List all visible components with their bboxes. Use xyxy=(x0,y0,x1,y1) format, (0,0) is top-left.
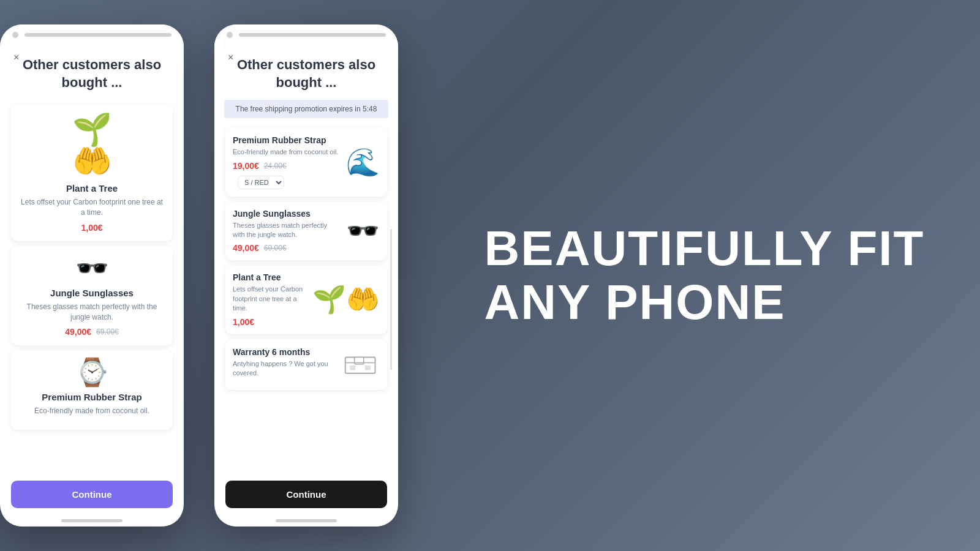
phone-1-close-button[interactable]: × xyxy=(13,53,19,62)
phone-1-camera xyxy=(12,32,18,38)
phone-1-modal: × Other customers also bought ... 🌱🤲 Pla… xyxy=(5,45,179,514)
phone-2: × Other customers also bought ... The fr… xyxy=(214,24,398,527)
hero-text-area: BEAUTIFULLY FIT ANY PHONE xyxy=(429,197,980,354)
product-desc: Eco-friendly made from coconut oil. xyxy=(34,406,149,416)
list-item: Premium Rubber Strap Eco-friendly made f… xyxy=(225,128,387,196)
product-name: Premium Rubber Strap xyxy=(233,135,340,145)
phone-2-top-bar xyxy=(214,24,398,45)
product-info: Premium Rubber Strap Eco-friendly made f… xyxy=(233,135,340,189)
sunglasses-icon: 🕶️ xyxy=(75,255,109,282)
phone-2-modal: × Other customers also bought ... The fr… xyxy=(219,45,393,514)
price-original: 69,00€ xyxy=(264,244,287,252)
price-row: 19,00€ 24,00€ S / RED M / RED L / RED xyxy=(233,161,340,189)
price-current: 19,00€ xyxy=(233,161,259,171)
price-row: 1,00€ xyxy=(81,223,102,233)
phone-1-bottom-bar xyxy=(0,514,184,527)
product-desc: Lets offset your Carbon footprint one tr… xyxy=(233,285,306,313)
price-current: 49,00€ xyxy=(65,327,91,337)
phone-1: × Other customers also bought ... 🌱🤲 Pla… xyxy=(0,24,184,527)
shipping-banner: The free shipping promotion expires in 5… xyxy=(224,100,388,118)
phone-2-camera xyxy=(227,32,233,38)
warranty-icon xyxy=(343,347,380,383)
plant-icon: 🌱🤲 xyxy=(312,286,380,313)
list-item: 🌱🤲 Plant a Tree Lets offset your Carbon … xyxy=(11,105,173,241)
hero-line-1: BEAUTIFULLY FIT xyxy=(484,221,925,276)
product-desc: Theses glasses match perfectly with the … xyxy=(233,221,340,240)
price-row: 1,00€ xyxy=(233,317,306,327)
price-current: 1,00€ xyxy=(81,223,102,233)
sunglasses-icon: 🕶️ xyxy=(346,217,380,244)
product-desc: Lets offset your Carbon footprint one tr… xyxy=(20,197,164,218)
list-item: 🕶️ Jungle Sunglasses Theses glasses matc… xyxy=(11,246,173,346)
variant-select[interactable]: S / RED M / RED L / RED xyxy=(238,176,284,189)
phone-2-product-list: Premium Rubber Strap Eco-friendly made f… xyxy=(219,123,393,476)
price-original: 69,00€ xyxy=(96,328,119,336)
phone-1-top-bar xyxy=(0,24,184,45)
list-item: ⌚ Premium Rubber Strap Eco-friendly made… xyxy=(11,350,173,430)
strap-icon: 🌊 xyxy=(346,149,380,176)
price-current: 1,00€ xyxy=(233,317,254,327)
phone-2-close-button[interactable]: × xyxy=(228,53,233,62)
phone-2-bottom-bar xyxy=(214,514,398,527)
price-row: 49,00€ 69,00€ xyxy=(233,243,340,253)
hero-line-2: ANY PHONE xyxy=(484,275,786,329)
plant-tree-icon: 🌱🤲 xyxy=(72,113,112,177)
product-desc: Antyhing happens ? We got you covered. xyxy=(233,359,337,378)
strap-icon: ⌚ xyxy=(75,359,109,386)
scene: × Other customers also bought ... 🌱🤲 Pla… xyxy=(0,0,980,551)
product-info: Plant a Tree Lets offset your Carbon foo… xyxy=(233,272,306,326)
list-item: Jungle Sunglasses Theses glasses match p… xyxy=(225,201,387,261)
product-name: Jungle Sunglasses xyxy=(233,209,340,219)
phone-1-continue-button[interactable]: Continue xyxy=(11,481,173,508)
product-desc: Eco-friendly made from coconut oil. xyxy=(233,148,340,157)
price-current: 49,00€ xyxy=(233,243,259,253)
list-item: Warranty 6 months Antyhing happens ? We … xyxy=(225,339,387,390)
product-name: Plant a Tree xyxy=(233,272,306,282)
product-desc: Theses glasses match perfectly with the … xyxy=(20,302,164,323)
phone-1-modal-title: Other customers also bought ... xyxy=(5,45,179,100)
list-item: Plant a Tree Lets offset your Carbon foo… xyxy=(225,265,387,334)
phone-2-continue-button[interactable]: Continue xyxy=(225,481,387,508)
hero-text: BEAUTIFULLY FIT ANY PHONE xyxy=(484,222,925,329)
price-row: 49,00€ 69,00€ xyxy=(65,327,119,337)
phone-2-status-bar xyxy=(239,33,386,37)
scroll-indicator xyxy=(390,229,392,370)
phone-1-status-bar xyxy=(24,33,172,37)
phone-2-modal-title: Other customers also bought ... xyxy=(219,45,393,100)
price-original: 24,00€ xyxy=(264,162,287,170)
product-info: Warranty 6 months Antyhing happens ? We … xyxy=(233,347,337,382)
phone-1-product-list: 🌱🤲 Plant a Tree Lets offset your Carbon … xyxy=(5,100,179,476)
svg-rect-3 xyxy=(350,365,355,370)
product-info: Jungle Sunglasses Theses glasses match p… xyxy=(233,209,340,253)
phone-2-home-indicator xyxy=(276,519,337,522)
product-name: Warranty 6 months xyxy=(233,347,337,357)
product-name: Jungle Sunglasses xyxy=(50,288,134,298)
svg-rect-4 xyxy=(365,365,371,370)
product-name: Premium Rubber Strap xyxy=(42,392,141,402)
phone-1-home-indicator xyxy=(61,519,123,522)
product-name: Plant a Tree xyxy=(66,183,118,193)
